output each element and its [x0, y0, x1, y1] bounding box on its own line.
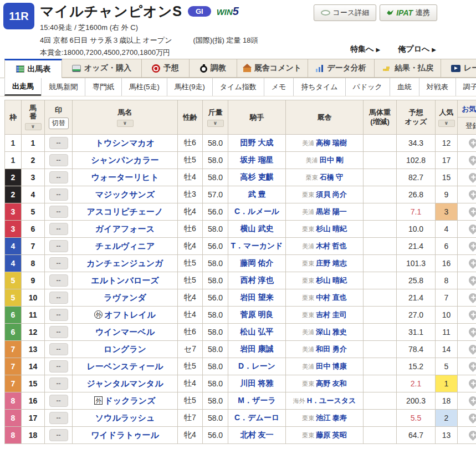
jockey-link[interactable]: 横山 武史	[240, 224, 274, 233]
tab-results-payouts[interactable]: 結果・払戻	[375, 59, 441, 78]
subnav-best-time[interactable]: 持ちタイム	[293, 78, 345, 96]
horse-name-link[interactable]: ワイドラトゥール	[91, 430, 158, 440]
subnav-paddock[interactable]: パドック	[345, 78, 390, 96]
tab-stable-comments[interactable]: 厩舎コメント	[237, 59, 308, 78]
favorite-pin-icon[interactable]	[467, 395, 476, 406]
tab-race-video[interactable]: レース映像	[441, 59, 476, 78]
favorite-pin-icon[interactable]	[467, 206, 476, 217]
trainer-link[interactable]: 池江 泰寿	[316, 414, 347, 422]
tab-training[interactable]: 調教	[190, 59, 237, 78]
jockey-link[interactable]: T．マーカンド	[231, 241, 283, 250]
mark-select-button[interactable]: --	[49, 412, 68, 424]
favorite-pin-icon[interactable]	[467, 309, 476, 320]
trainer-link[interactable]: 田中 博康	[316, 362, 347, 370]
mark-select-button[interactable]: --	[49, 378, 68, 390]
trainer-link[interactable]: 高野 友和	[316, 379, 347, 387]
horse-name-link[interactable]: ウォーターリヒト	[91, 172, 158, 182]
trainer-link[interactable]: 石橋 守	[320, 173, 344, 181]
trainer-link[interactable]: 中村 直也	[316, 293, 347, 302]
horse-name-link[interactable]: チェルヴィニア	[95, 241, 155, 251]
subnav-keiba-newspaper[interactable]: 競馬新聞	[41, 78, 85, 96]
trainer-link[interactable]: H．ユースタス	[307, 396, 356, 405]
mark-select-button[interactable]: --	[49, 206, 68, 218]
favorite-pin-icon[interactable]	[467, 326, 476, 338]
mark-select-button[interactable]: --	[49, 240, 68, 252]
subnav-entries[interactable]: 出走馬	[4, 78, 41, 96]
mark-select-button[interactable]: --	[49, 395, 68, 407]
trainer-link[interactable]: 深山 雅史	[316, 328, 347, 336]
trainer-link[interactable]: 藤原 英昭	[316, 431, 347, 439]
horse-name-link[interactable]: カンチェンジュンガ	[86, 258, 163, 268]
favorite-pin-icon[interactable]	[467, 412, 476, 424]
mark-select-button[interactable]: --	[49, 137, 68, 149]
mark-select-button[interactable]: --	[49, 309, 68, 321]
trainer-link[interactable]: 吉村 圭司	[316, 310, 347, 319]
horse-name-link[interactable]: ジャンタルマンタル	[86, 379, 163, 388]
mark-select-button[interactable]: --	[49, 360, 68, 373]
favorite-pin-icon[interactable]	[467, 188, 476, 200]
horse-name-link[interactable]: マジックサンズ	[95, 190, 155, 199]
jockey-link[interactable]: C．ルメール	[234, 207, 279, 216]
sort-icon[interactable]	[25, 123, 42, 130]
jockey-link[interactable]: C．デムーロ	[234, 413, 279, 422]
tab-racecard[interactable]: 出馬表	[4, 59, 62, 78]
subnav-umabashira-5runs[interactable]: 馬柱(5走)	[121, 78, 167, 96]
jockey-link[interactable]: 岩田 康誠	[240, 344, 274, 353]
horse-name-link[interactable]: ガイアフォース	[95, 224, 155, 233]
horse-name-link[interactable]: ソウルラッシュ	[95, 413, 155, 422]
trainer-link[interactable]: 木村 哲也	[316, 242, 347, 250]
jockey-link[interactable]: 武 豊	[248, 190, 266, 198]
favorite-pin-icon[interactable]	[467, 343, 476, 355]
trainer-link[interactable]: 杉山 晴紀	[316, 276, 347, 284]
favorite-pin-icon[interactable]	[467, 378, 476, 389]
mark-select-button[interactable]: --	[49, 343, 68, 355]
subnav-versus-table[interactable]: 対戦表	[419, 78, 455, 96]
favorite-pin-icon[interactable]	[467, 223, 476, 234]
horse-name-link[interactable]: ロングラン	[104, 344, 146, 354]
favorite-pin-icon[interactable]	[467, 240, 476, 252]
jockey-link[interactable]: 高杉 吏麒	[240, 172, 274, 181]
horse-name-link[interactable]: シャンパンカラー	[91, 155, 158, 165]
mark-select-button[interactable]: --	[49, 292, 68, 304]
jockey-link[interactable]: 北村 友一	[240, 430, 274, 439]
horse-name-link[interactable]: ラヴァンダ	[104, 293, 146, 302]
sort-icon[interactable]	[438, 120, 455, 127]
mark-select-button[interactable]: --	[49, 223, 68, 235]
trainer-link[interactable]: 高柳 瑞樹	[316, 139, 347, 147]
trainer-link[interactable]: 杉山 晴紀	[316, 225, 347, 233]
favorite-pin-icon[interactable]	[467, 137, 476, 149]
mark-select-button[interactable]: --	[49, 188, 68, 201]
mark-select-button[interactable]: --	[49, 326, 68, 338]
favorite-pin-icon[interactable]	[467, 257, 476, 269]
sort-icon[interactable]	[207, 120, 224, 127]
favorite-pin-icon[interactable]	[467, 292, 476, 303]
favorite-pin-icon[interactable]	[467, 274, 476, 286]
jockey-link[interactable]: 川田 将雅	[240, 379, 274, 387]
horse-name-link[interactable]: アスコリピチェーノ	[87, 207, 163, 216]
jockey-link[interactable]: 松山 弘平	[240, 327, 274, 336]
mark-select-button[interactable]: --	[49, 274, 68, 287]
subnav-memo[interactable]: メモ	[264, 78, 294, 96]
subnav-umabashira-9runs[interactable]: 馬柱(9走)	[167, 78, 212, 96]
subnav-condition-deviation[interactable]: 調子偏差値	[455, 78, 476, 96]
mark-select-button[interactable]: --	[49, 429, 68, 441]
ipat-link-button[interactable]: IPAT 連携	[380, 4, 437, 21]
special-feature-link[interactable]: 特集へ▶	[350, 44, 380, 54]
tab-odds-purchase[interactable]: オッズ・購入	[62, 59, 142, 78]
sort-icon[interactable]	[117, 120, 134, 127]
tab-data-analysis[interactable]: データ分析	[308, 59, 375, 78]
favorite-pin-icon[interactable]	[467, 154, 476, 166]
orepro-link[interactable]: 俺プロへ▶	[398, 44, 436, 54]
mark-toggle-button[interactable]: 切替	[49, 118, 69, 129]
horse-name-link[interactable]: トウシンマカオ	[95, 138, 155, 147]
mark-select-button[interactable]: --	[49, 154, 68, 166]
jockey-link[interactable]: 西村 淳也	[240, 276, 274, 284]
tab-prediction[interactable]: 予想	[142, 59, 190, 78]
jockey-link[interactable]: 菅原 明良	[240, 310, 274, 319]
favorite-pin-icon[interactable]	[467, 171, 476, 183]
horse-name-link[interactable]: ウインマーベル	[95, 327, 155, 336]
subnav-specialist-paper[interactable]: 専門紙	[85, 78, 121, 96]
trainer-link[interactable]: 和田 勇介	[316, 345, 347, 353]
subnav-time-index[interactable]: タイム指数	[212, 78, 264, 96]
trainer-link[interactable]: 黒岩 陽一	[316, 207, 347, 216]
